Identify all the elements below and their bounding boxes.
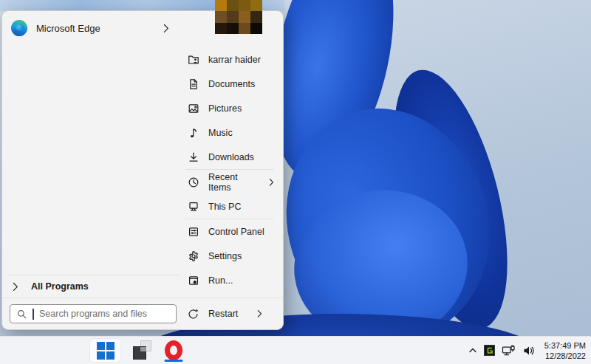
menu-item-user-folder[interactable]: karrar haider <box>180 47 283 72</box>
volume-tray-button[interactable] <box>522 344 536 357</box>
search-icon <box>16 309 27 320</box>
menu-item-label: Recent Items <box>208 172 260 193</box>
run-icon <box>187 275 199 286</box>
picture-icon <box>187 103 199 114</box>
menu-item-run[interactable]: Run... <box>180 268 283 292</box>
menu-item-label: Pictures <box>208 103 242 114</box>
chevron-right-icon <box>163 24 169 33</box>
menu-item-settings[interactable]: Settings <box>180 244 283 268</box>
system-tray: 5:37:49 PM 12/28/2022 <box>468 337 586 364</box>
all-programs-label: All Programs <box>31 281 89 292</box>
download-icon <box>187 151 199 163</box>
search-input[interactable] <box>39 309 170 319</box>
chevron-right-icon <box>269 178 274 187</box>
opera-icon <box>165 340 182 360</box>
menu-item-downloads[interactable]: Downloads <box>180 145 283 169</box>
menu-empty-area <box>2 45 180 275</box>
menu-item-label: Microsoft Edge <box>36 23 100 34</box>
active-app-indicator <box>165 360 183 362</box>
menu-item-label: karrar haider <box>208 55 261 65</box>
menu-item-recent-items[interactable]: Recent Items <box>180 170 283 194</box>
user-folder-icon <box>187 54 199 66</box>
menu-item-pictures[interactable]: Pictures <box>180 96 283 120</box>
gear-icon <box>187 250 199 262</box>
control-panel-icon <box>187 226 199 238</box>
opera-button[interactable] <box>163 338 185 363</box>
chevron-right-icon <box>257 309 262 318</box>
taskbar-apps <box>89 337 185 364</box>
menu-item-label: Downloads <box>208 152 254 162</box>
network-tray-button[interactable] <box>502 344 516 357</box>
menu-item-microsoft-edge[interactable]: Microsoft Edge <box>2 11 180 45</box>
menu-item-label: Settings <box>208 251 242 261</box>
screen: Microsoft Edge All Programs <box>0 0 591 364</box>
greenshot-icon <box>484 345 495 356</box>
music-note-icon <box>187 127 199 139</box>
clock-icon <box>187 176 199 188</box>
user-avatar[interactable] <box>215 0 262 34</box>
greenshot-tray-button[interactable] <box>484 345 495 356</box>
edge-logo-icon <box>11 20 27 36</box>
hidden-icons-button[interactable] <box>468 346 477 355</box>
start-menu: Microsoft Edge All Programs <box>1 10 284 330</box>
menu-item-label: Documents <box>208 79 255 89</box>
restart-button[interactable]: Restart <box>180 308 283 320</box>
start-menu-left-column: Microsoft Edge All Programs <box>2 11 180 298</box>
document-icon <box>187 78 199 90</box>
menu-item-label: This PC <box>208 202 241 212</box>
menu-item-label: Run... <box>208 275 233 286</box>
all-programs-button[interactable]: All Programs <box>2 275 180 298</box>
menu-item-label: Music <box>208 128 233 138</box>
restart-label: Restart <box>208 309 238 319</box>
taskbar-clock[interactable]: 5:37:49 PM 12/28/2022 <box>544 340 586 361</box>
speaker-icon <box>522 344 536 357</box>
menu-item-music[interactable]: Music <box>180 120 283 145</box>
menu-item-documents[interactable]: Documents <box>180 72 283 96</box>
window-stack-app-button[interactable] <box>131 338 153 363</box>
menu-item-control-panel[interactable]: Control Panel <box>180 219 283 244</box>
text-cursor <box>33 309 34 320</box>
start-button[interactable] <box>89 338 121 363</box>
start-menu-right-column: karrar haider Documents Pictures <box>180 11 283 298</box>
network-icon <box>502 344 516 357</box>
menu-item-label: Control Panel <box>208 227 264 237</box>
chevron-right-icon <box>13 282 18 292</box>
chevron-up-icon <box>468 346 477 355</box>
clock-date: 12/28/2022 <box>544 351 586 361</box>
search-box[interactable] <box>10 304 177 323</box>
restart-icon <box>187 308 199 320</box>
clock-time: 5:37:49 PM <box>544 340 586 351</box>
taskbar: 5:37:49 PM 12/28/2022 <box>0 336 591 364</box>
window-stack-icon <box>132 340 152 360</box>
start-menu-bottom-bar: Restart <box>2 298 283 329</box>
computer-icon <box>187 201 199 213</box>
windows-logo-icon <box>97 342 115 360</box>
menu-item-this-pc[interactable]: This PC <box>180 194 283 219</box>
